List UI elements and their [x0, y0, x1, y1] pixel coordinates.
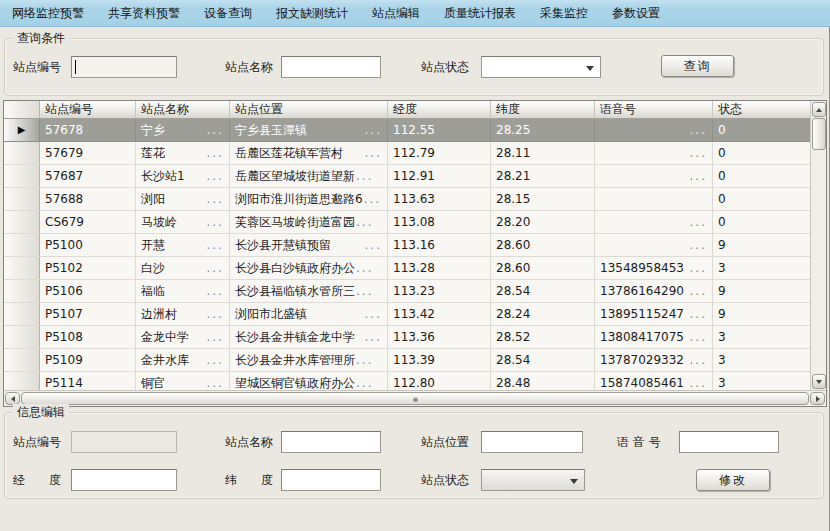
edit-longitude-input[interactable] — [71, 469, 177, 491]
header-site-location[interactable]: 站点位置 — [230, 101, 388, 119]
cell-site-location[interactable]: 长沙县开慧镇预留... — [230, 234, 388, 256]
cell-latitude[interactable]: 28.20 — [491, 211, 595, 233]
cell-status[interactable]: 0 — [713, 119, 810, 141]
cell-site-no[interactable]: 57679 — [40, 142, 136, 164]
query-site-status-select[interactable] — [481, 56, 601, 78]
table-row[interactable]: ▶ P5109 金井水库... 长沙县金井水库管理所... 113.39 28.… — [4, 349, 810, 372]
table-row[interactable]: ▶ P5114 铜官... 望城区铜官镇政府办公... 112.80 28.48… — [4, 372, 810, 390]
cell-longitude[interactable]: 113.16 — [388, 234, 491, 256]
cell-status[interactable]: 3 — [713, 372, 810, 390]
cell-site-name[interactable]: 宁乡... — [136, 119, 230, 141]
table-row[interactable]: ▶ CS679 马坡岭... 芙蓉区马坡岭街道富园... 113.08 28.2… — [4, 211, 810, 234]
cell-status[interactable]: 0 — [713, 188, 810, 210]
row-selector[interactable]: ▶ — [4, 349, 40, 371]
cell-site-location[interactable]: 望城区铜官镇政府办公... — [230, 372, 388, 390]
edit-site-no-input[interactable] — [71, 431, 177, 453]
cell-longitude[interactable]: 113.23 — [388, 280, 491, 302]
cell-site-name[interactable]: 马坡岭... — [136, 211, 230, 233]
cell-voice-number[interactable]: 13548958453... — [595, 257, 713, 279]
cell-site-location[interactable]: 宁乡县玉潭镇... — [230, 119, 388, 141]
cell-latitude[interactable]: 28.60 — [491, 257, 595, 279]
menu-item-collect-monitor[interactable]: 采集监控 — [540, 5, 588, 22]
table-row[interactable]: ▶ 57678 宁乡... 宁乡县玉潭镇... 112.55 28.25 ...… — [4, 119, 810, 142]
cell-status[interactable]: 0 — [713, 211, 810, 233]
cell-voice-number[interactable]: ... — [595, 211, 713, 233]
cell-longitude[interactable]: 112.79 — [388, 142, 491, 164]
cell-site-location[interactable]: 芙蓉区马坡岭街道富园... — [230, 211, 388, 233]
table-row[interactable]: ▶ P5102 白沙... 长沙县白沙镇政府办公... 113.28 28.60… — [4, 257, 810, 280]
cell-site-name[interactable]: 金龙中学... — [136, 326, 230, 348]
cell-site-no[interactable]: 57688 — [40, 188, 136, 210]
cell-longitude[interactable]: 112.55 — [388, 119, 491, 141]
cell-voice-number[interactable]: ... — [595, 142, 713, 164]
menu-item-station-edit[interactable]: 站点编辑 — [372, 5, 420, 22]
cell-latitude[interactable]: 28.60 — [491, 234, 595, 256]
menu-item-network-monitor-alert[interactable]: 网络监控预警 — [12, 5, 84, 22]
cell-voice-number[interactable]: ... — [595, 165, 713, 187]
cell-status[interactable]: 0 — [713, 142, 810, 164]
row-selector[interactable]: ▶ — [4, 326, 40, 348]
cell-longitude[interactable]: 112.91 — [388, 165, 491, 187]
row-selector[interactable]: ▶ — [4, 211, 40, 233]
cell-voice-number[interactable]: 13808417075... — [595, 326, 713, 348]
cell-latitude[interactable]: 28.54 — [491, 349, 595, 371]
horizontal-scroll-thumb[interactable] — [21, 392, 809, 405]
table-row[interactable]: ▶ P5100 开慧... 长沙县开慧镇预留... 113.16 28.60 .… — [4, 234, 810, 257]
header-site-name[interactable]: 站点名称 — [136, 101, 230, 119]
cell-site-no[interactable]: P5108 — [40, 326, 136, 348]
scroll-down-button[interactable] — [812, 374, 826, 389]
cell-site-location[interactable]: 浏阳市北盛镇... — [230, 303, 388, 325]
menu-item-quality-report[interactable]: 质量统计报表 — [444, 5, 516, 22]
edit-site-name-input[interactable] — [281, 431, 381, 453]
row-selector[interactable]: ▶ — [4, 119, 40, 141]
cell-longitude[interactable]: 113.42 — [388, 303, 491, 325]
table-row[interactable]: ▶ P5108 金龙中学... 长沙县金井镇金龙中学... 113.36 28.… — [4, 326, 810, 349]
menu-item-device-query[interactable]: 设备查询 — [204, 5, 252, 22]
cell-site-name[interactable]: 浏阳... — [136, 188, 230, 210]
edit-latitude-input[interactable] — [281, 469, 381, 491]
cell-site-location[interactable]: 长沙县白沙镇政府办公... — [230, 257, 388, 279]
menu-item-parameter-settings[interactable]: 参数设置 — [612, 5, 660, 22]
cell-site-location[interactable]: 岳麓区莲花镇军营村... — [230, 142, 388, 164]
cell-longitude[interactable]: 112.80 — [388, 372, 491, 390]
cell-site-no[interactable]: 57678 — [40, 119, 136, 141]
scroll-right-button[interactable] — [810, 392, 825, 405]
cell-site-no[interactable]: P5114 — [40, 372, 136, 390]
cell-latitude[interactable]: 28.54 — [491, 280, 595, 302]
scroll-up-button[interactable] — [812, 102, 826, 117]
cell-latitude[interactable]: 28.21 — [491, 165, 595, 187]
header-longitude[interactable]: 经度 — [388, 101, 491, 119]
cell-site-location[interactable]: 长沙县金井水库管理所... — [230, 349, 388, 371]
cell-voice-number[interactable]: 13786164290... — [595, 280, 713, 302]
cell-longitude[interactable]: 113.28 — [388, 257, 491, 279]
menu-item-message-missing-stats[interactable]: 报文缺测统计 — [276, 5, 348, 22]
cell-longitude[interactable]: 113.36 — [388, 326, 491, 348]
search-button[interactable]: 查询 — [661, 55, 734, 77]
cell-voice-number[interactable]: ... — [595, 119, 713, 141]
cell-site-no[interactable]: P5106 — [40, 280, 136, 302]
cell-voice-number[interactable]: 13895115247... — [595, 303, 713, 325]
row-selector[interactable]: ▶ — [4, 188, 40, 210]
edit-site-status-select[interactable] — [481, 469, 585, 491]
cell-site-no[interactable]: P5102 — [40, 257, 136, 279]
cell-latitude[interactable]: 28.11 — [491, 142, 595, 164]
cell-latitude[interactable]: 28.24 — [491, 303, 595, 325]
cell-site-location[interactable]: 岳麓区望城坡街道望新... — [230, 165, 388, 187]
cell-longitude[interactable]: 113.39 — [388, 349, 491, 371]
header-site-no[interactable]: 站点编号 — [40, 101, 136, 119]
header-voice-number[interactable]: 语音号 — [595, 101, 713, 119]
cell-status[interactable]: 3 — [713, 257, 810, 279]
cell-site-no[interactable]: P5100 — [40, 234, 136, 256]
cell-site-location[interactable]: 浏阳市淮川街道思邈路6... — [230, 188, 388, 210]
cell-latitude[interactable]: 28.25 — [491, 119, 595, 141]
row-selector[interactable]: ▶ — [4, 142, 40, 164]
header-status[interactable]: 状态 — [713, 101, 810, 119]
cell-voice-number[interactable]: 13787029332... — [595, 349, 713, 371]
row-selector[interactable]: ▶ — [4, 165, 40, 187]
cell-site-name[interactable]: 白沙... — [136, 257, 230, 279]
cell-site-name[interactable]: 莲花... — [136, 142, 230, 164]
row-selector[interactable]: ▶ — [4, 280, 40, 302]
cell-site-location[interactable]: 长沙县金井镇金龙中学... — [230, 326, 388, 348]
cell-voice-number[interactable]: 15874085461... — [595, 372, 713, 390]
table-row[interactable]: ▶ P5107 边洲村... 浏阳市北盛镇... 113.42 28.24 13… — [4, 303, 810, 326]
